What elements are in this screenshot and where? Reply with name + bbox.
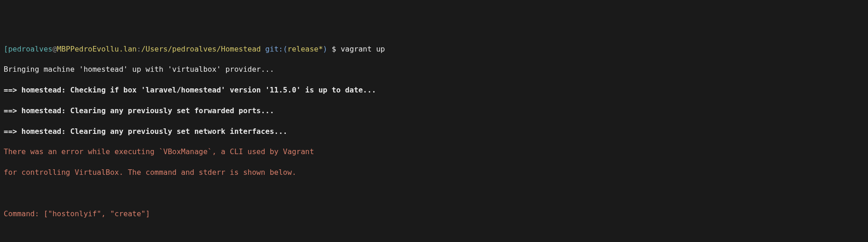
- prompt-git-branch: release*: [288, 45, 323, 53]
- error-line: Command: ["hostonlyif", "create"]: [4, 209, 864, 219]
- output-line: ==> homestead: Checking if box 'laravel/…: [4, 85, 864, 95]
- prompt-user: pedroalves: [8, 45, 52, 53]
- prompt-at: @: [52, 45, 57, 53]
- error-line: for controlling VirtualBox. The command …: [4, 167, 864, 178]
- prompt-colon: :: [137, 45, 141, 53]
- prompt-git-close: ): [323, 45, 328, 53]
- command-text: vagrant up: [341, 45, 385, 53]
- error-line: There was an error while executing `VBox…: [4, 147, 864, 157]
- output-line: ==> homestead: Clearing any previously s…: [4, 127, 864, 137]
- bracket-open: [: [4, 45, 8, 53]
- prompt-host: MBPPedroEvollu.lan: [57, 45, 137, 53]
- output-line: Bringing machine 'homestead' up with 'vi…: [4, 64, 864, 75]
- prompt-git-label: git:(: [261, 45, 288, 53]
- blank-line: [4, 188, 864, 198]
- prompt-dollar: $: [327, 45, 341, 53]
- prompt-line-1: [pedroalves@MBPPedroEvollu.lan:/Users/pe…: [4, 44, 864, 54]
- blank-line: [4, 230, 864, 240]
- prompt-path: /Users/pedroalves/Homestead: [141, 45, 261, 53]
- output-line: ==> homestead: Clearing any previously s…: [4, 106, 864, 116]
